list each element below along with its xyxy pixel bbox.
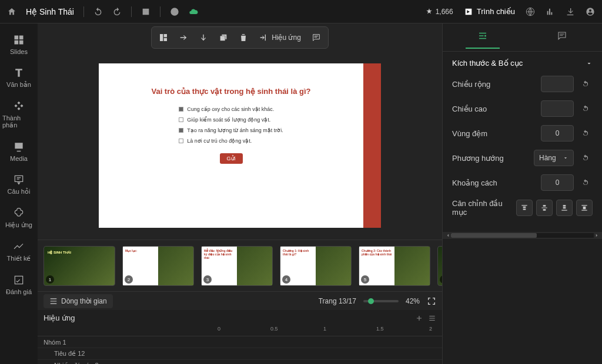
- effect-row[interactable]: Nhiều đáp án 2: [38, 360, 442, 364]
- timeline-button[interactable]: Dòng thời gian: [44, 294, 113, 308]
- section-size-layout[interactable]: Kích thước & Bố cục: [452, 59, 593, 68]
- arrow-down-icon[interactable]: [194, 29, 213, 46]
- thumbnail[interactable]: HỆ SINH THÁI1: [44, 246, 115, 286]
- slide-canvas[interactable]: Vai trò của thực vật trong hệ sinh thái …: [99, 63, 381, 228]
- answer-option[interactable]: Là nơi cư trú cho động vật.: [179, 138, 283, 144]
- slide-thumbnails[interactable]: HỆ SINH THÁI1Mục lục:2Mở đầu: Những điều…: [38, 240, 442, 291]
- reset-padding-icon[interactable]: [578, 126, 593, 140]
- slide-toolbar: Hiệu ứng: [151, 26, 329, 49]
- thumbnail[interactable]: 6: [437, 246, 442, 286]
- thumbnail[interactable]: Mở đầu: Những điều kỳ diệu của hệ sinh t…: [201, 246, 273, 286]
- add-effect-icon[interactable]: [415, 314, 423, 322]
- direction-select[interactable]: Hàng: [534, 150, 574, 166]
- download-icon[interactable]: [566, 7, 575, 16]
- cloud-sync-icon[interactable]: [189, 7, 198, 16]
- arrow-right-icon[interactable]: [174, 29, 193, 46]
- thumbnail[interactable]: Chương 1: Hệ sinh thái là gì?4: [280, 246, 352, 286]
- globe-icon[interactable]: [526, 7, 535, 16]
- effects-button[interactable]: Hiệu ứng: [254, 29, 306, 46]
- account-icon[interactable]: [586, 7, 595, 16]
- effects-header: Hiệu ứng: [44, 314, 75, 322]
- settings-effect-icon[interactable]: [428, 314, 436, 322]
- nav-components[interactable]: Thành phần: [0, 96, 38, 134]
- thumbnail[interactable]: Chương 2: Các thành phần của hệ sinh thá…: [359, 246, 430, 286]
- tab-comments[interactable]: [545, 26, 579, 49]
- nav-review[interactable]: Đánh giá: [0, 269, 38, 300]
- home-icon[interactable]: [7, 7, 16, 16]
- nav-slides[interactable]: Slides: [0, 29, 38, 60]
- nav-questions[interactable]: Câu hỏi: [0, 169, 38, 200]
- height-input[interactable]: [541, 100, 574, 117]
- width-input[interactable]: [541, 76, 574, 92]
- gap-input[interactable]: [541, 174, 574, 191]
- reset-direction-icon[interactable]: [578, 151, 593, 165]
- align-start-icon[interactable]: [516, 200, 533, 216]
- delete-icon[interactable]: [234, 29, 253, 46]
- zoom-value: 42%: [406, 297, 420, 305]
- nav-design[interactable]: Thiết kế: [0, 236, 38, 267]
- fit-icon[interactable]: [427, 296, 436, 306]
- align-end-icon[interactable]: [556, 200, 573, 216]
- undo-icon[interactable]: [93, 7, 103, 16]
- redo-icon[interactable]: [112, 7, 122, 16]
- panel-scrollbar[interactable]: [443, 232, 602, 239]
- layout-icon[interactable]: [154, 29, 173, 46]
- tab-properties[interactable]: [466, 26, 500, 49]
- reset-height-icon[interactable]: [578, 102, 593, 116]
- nav-effects[interactable]: Hiệu ứng: [0, 203, 38, 234]
- left-sidebar: Slides Văn bản Thành phần Media Câu hỏi …: [0, 23, 38, 364]
- credits-count: 1,666: [425, 8, 453, 16]
- project-title: Hệ Sinh Thái: [26, 7, 74, 16]
- copy-icon[interactable]: [214, 29, 233, 46]
- answer-option[interactable]: Tạo ra năng lượng từ ánh sáng mặt trời.: [179, 127, 283, 133]
- reset-width-icon[interactable]: [578, 77, 593, 91]
- nav-media[interactable]: Media: [0, 136, 38, 167]
- slide-question-title: Vai trò của thực vật trong hệ sinh thái …: [151, 87, 310, 96]
- answer-option[interactable]: Cung cấp oxy cho các sinh vật khác.: [179, 106, 283, 112]
- svg-point-0: [484, 35, 486, 37]
- padding-input[interactable]: [541, 125, 574, 141]
- align-center-icon[interactable]: [536, 200, 553, 216]
- history-icon[interactable]: [170, 7, 179, 16]
- effect-row[interactable]: Nhóm 1: [38, 336, 442, 348]
- comment-icon[interactable]: [307, 29, 326, 46]
- align-stretch-icon[interactable]: [576, 200, 593, 216]
- answer-option[interactable]: Giúp kiểm soát số lượng động vật.: [179, 117, 283, 123]
- analytics-icon[interactable]: [546, 7, 555, 16]
- present-button[interactable]: Trình chiếu: [464, 7, 515, 16]
- nav-text[interactable]: Văn bản: [0, 62, 38, 93]
- submit-button[interactable]: Gửi: [220, 153, 243, 164]
- page-indicator: Trang 13/17: [319, 297, 356, 305]
- effect-row[interactable]: Tiêu đề 12: [38, 348, 442, 360]
- zoom-slider[interactable]: [363, 300, 399, 302]
- thumbnail[interactable]: Mục lục:2: [122, 246, 194, 286]
- reset-gap-icon[interactable]: [578, 176, 593, 190]
- image-icon[interactable]: [141, 7, 150, 16]
